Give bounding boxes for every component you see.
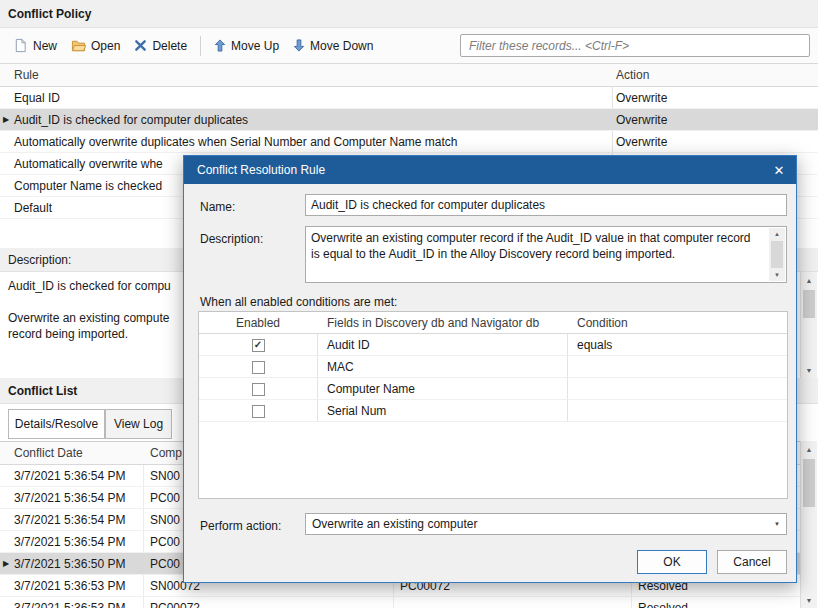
new-button-label: New: [33, 39, 57, 53]
description-textarea[interactable]: Overwrite an existing computer record if…: [305, 226, 787, 283]
cancel-button[interactable]: Cancel: [717, 550, 787, 574]
column-header-condition: Condition: [577, 312, 628, 334]
conditions-label: When all enabled conditions are met:: [200, 295, 397, 309]
tab-view-log[interactable]: View Log: [105, 409, 172, 439]
rules-grid-header[interactable]: Rule Action: [0, 64, 818, 87]
checkbox-cell: ✓: [199, 334, 317, 356]
toolbar-separator: [200, 36, 201, 56]
app-window: Conflict Policy New Open Delete Move Up …: [0, 0, 818, 608]
conflict-list-scrollbar[interactable]: ▲ ▼: [800, 441, 817, 608]
scroll-down-icon[interactable]: ▼: [801, 362, 817, 378]
check-icon: ✓: [254, 340, 262, 350]
computer-cell: SN00: [150, 509, 180, 531]
condition-row[interactable]: Computer Name: [199, 378, 787, 400]
close-icon[interactable]: ✕: [762, 156, 796, 184]
name-input[interactable]: [305, 194, 787, 216]
checkbox-cell: [199, 378, 317, 400]
move-down-button[interactable]: Move Down: [286, 35, 380, 57]
section-title: Conflict Policy: [8, 7, 91, 21]
condition-row[interactable]: ✓ Audit ID equals: [199, 334, 787, 356]
textarea-scrollbar[interactable]: ▲ ▼: [769, 228, 785, 281]
checkbox-cell: [199, 400, 317, 422]
move-down-icon: [293, 39, 305, 52]
description-scrollbar[interactable]: ▲ ▼: [800, 272, 817, 378]
row-marker-icon: ▶: [3, 553, 9, 575]
cancel-button-label: Cancel: [733, 555, 770, 569]
rule-cell: Default: [14, 197, 52, 219]
tab-details-resolve[interactable]: Details/Resolve: [8, 409, 105, 439]
computer-cell: SN00: [150, 465, 180, 487]
tab-label: View Log: [114, 417, 163, 431]
computer-cell: PC00072: [150, 597, 200, 608]
action-cell: Overwrite: [616, 87, 667, 109]
column-header-conflict-date[interactable]: Conflict Date: [14, 442, 83, 464]
enabled-checkbox[interactable]: [252, 361, 265, 374]
enabled-checkbox[interactable]: [252, 405, 265, 418]
field-cell: Audit ID: [327, 334, 370, 356]
new-button[interactable]: New: [6, 34, 64, 57]
computer-cell: PC00: [150, 487, 180, 509]
dialog-titlebar[interactable]: Conflict Resolution Rule: [184, 156, 796, 184]
conflict-date-cell: 3/7/2021 5:36:53 PM: [14, 597, 125, 608]
computer-cell: PC00: [150, 531, 180, 553]
scrollbar-thumb[interactable]: [803, 290, 815, 318]
rule-row[interactable]: Equal ID Overwrite: [0, 87, 818, 109]
ok-button[interactable]: OK: [637, 550, 707, 574]
conflict-date-cell: 3/7/2021 5:36:53 PM: [14, 575, 125, 597]
scrollbar-thumb[interactable]: [803, 459, 815, 507]
conflict-date-cell: 3/7/2021 5:36:50 PM: [14, 553, 125, 575]
conditions-grid-header: Enabled Fields in Discovery db and Navig…: [199, 312, 787, 334]
conflict-date-cell: 3/7/2021 5:36:54 PM: [14, 509, 125, 531]
checkbox-cell: [199, 356, 317, 378]
enabled-checkbox-checked[interactable]: ✓: [252, 339, 265, 352]
description-label: Description:: [200, 232, 263, 246]
conflict-date-cell: 3/7/2021 5:36:54 PM: [14, 487, 125, 509]
policy-toolbar: New Open Delete Move Up Move Down: [0, 28, 818, 64]
scroll-up-icon[interactable]: ▲: [801, 441, 817, 457]
condition-cell: equals: [577, 334, 612, 356]
move-up-icon: [214, 39, 226, 52]
scrollbar-thumb[interactable]: [771, 241, 783, 268]
open-button-label: Open: [91, 39, 120, 53]
scroll-up-icon[interactable]: ▲: [801, 272, 817, 288]
field-cell: Serial Num: [327, 400, 386, 422]
column-header-computer[interactable]: Comp: [150, 442, 182, 464]
rule-cell: Automatically overwrite whe: [14, 153, 163, 175]
rule-cell: Computer Name is checked: [14, 175, 162, 197]
field-cell: Computer Name: [327, 378, 415, 400]
open-button[interactable]: Open: [64, 34, 127, 57]
column-header-rule[interactable]: Rule: [14, 64, 39, 86]
move-up-button[interactable]: Move Up: [207, 35, 286, 57]
chevron-down-icon[interactable]: ▼: [774, 514, 780, 534]
filter-records-input[interactable]: [460, 34, 810, 57]
scroll-up-icon[interactable]: ▲: [769, 228, 785, 240]
description-text: Overwrite an existing computer record if…: [311, 231, 751, 261]
move-up-button-label: Move Up: [231, 39, 279, 53]
delete-button[interactable]: Delete: [127, 35, 194, 57]
field-cell: MAC: [327, 356, 354, 378]
combobox-value: Overwrite an existing computer: [312, 514, 477, 534]
tab-label: Details/Resolve: [15, 417, 98, 431]
perform-action-combobox[interactable]: Overwrite an existing computer ▼: [305, 513, 787, 535]
rule-row[interactable]: Automatically overwrite duplicates when …: [0, 131, 818, 153]
rule-cell: Automatically overwrite duplicates when …: [14, 131, 458, 153]
conflict-resolution-rule-dialog: Conflict Resolution Rule ✕ Name: Descrip…: [183, 155, 797, 583]
rule-row-selected[interactable]: ▶ Audit_ID is checked for computer dupli…: [0, 109, 818, 131]
new-document-icon: [13, 38, 28, 53]
conflict-date-cell: 3/7/2021 5:36:54 PM: [14, 531, 125, 553]
scroll-down-icon[interactable]: ▼: [801, 592, 817, 608]
name-label: Name:: [200, 200, 235, 214]
action-cell: Overwrite: [616, 131, 667, 153]
status-cell: Resolved: [638, 597, 688, 608]
column-header-action[interactable]: Action: [616, 64, 649, 86]
rule-cell: Audit_ID is checked for computer duplica…: [14, 109, 248, 131]
scroll-down-icon[interactable]: ▼: [769, 269, 785, 281]
perform-action-label: Perform action:: [200, 519, 281, 533]
open-folder-icon: [71, 38, 86, 53]
condition-row[interactable]: Serial Num: [199, 400, 787, 422]
move-down-button-label: Move Down: [310, 39, 373, 53]
enabled-checkbox[interactable]: [252, 383, 265, 396]
condition-row[interactable]: MAC: [199, 356, 787, 378]
conflict-row[interactable]: 3/7/2021 5:36:53 PM PC00072 Resolved: [0, 597, 800, 608]
row-marker-icon: ▶: [3, 109, 9, 131]
